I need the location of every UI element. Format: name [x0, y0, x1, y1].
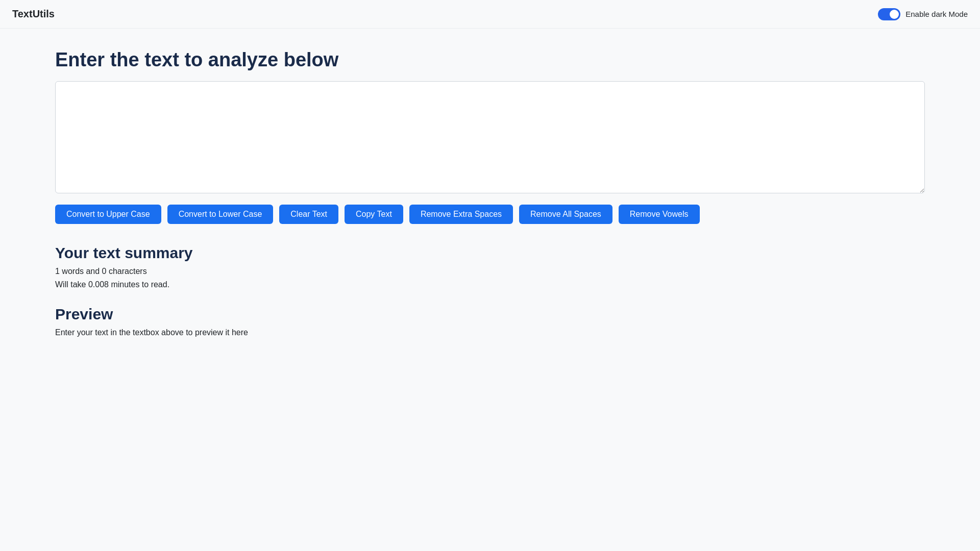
convert-lower-button[interactable]: Convert to Lower Case: [167, 205, 274, 224]
remove-extra-spaces-button[interactable]: Remove Extra Spaces: [409, 205, 513, 224]
summary-title: Your text summary: [55, 244, 925, 262]
page-title: Enter the text to analyze below: [55, 49, 925, 71]
preview-section: Preview Enter your text in the textbox a…: [55, 306, 925, 337]
buttons-container: Convert to Upper Case Convert to Lower C…: [55, 205, 925, 224]
preview-placeholder: Enter your text in the textbox above to …: [55, 328, 925, 337]
words-chars-text: 1 words and 0 characters: [55, 267, 925, 276]
remove-vowels-button[interactable]: Remove Vowels: [619, 205, 700, 224]
read-time-text: Will take 0.008 minutes to read.: [55, 280, 925, 289]
remove-all-spaces-button[interactable]: Remove All Spaces: [519, 205, 612, 224]
main-content: Enter the text to analyze below Convert …: [0, 29, 980, 358]
summary-section: Your text summary 1 words and 0 characte…: [55, 244, 925, 289]
dark-mode-label: Enable dark Mode: [905, 10, 968, 18]
toggle-slider: [878, 8, 900, 20]
preview-title: Preview: [55, 306, 925, 323]
dark-mode-toggle-container: Enable dark Mode: [878, 8, 968, 20]
clear-text-button[interactable]: Clear Text: [279, 205, 338, 224]
dark-mode-switch[interactable]: [878, 8, 900, 20]
text-input[interactable]: [55, 81, 925, 193]
copy-text-button[interactable]: Copy Text: [345, 205, 403, 224]
navbar: TextUtils Enable dark Mode: [0, 0, 980, 29]
brand-logo[interactable]: TextUtils: [12, 8, 55, 20]
convert-upper-button[interactable]: Convert to Upper Case: [55, 205, 161, 224]
